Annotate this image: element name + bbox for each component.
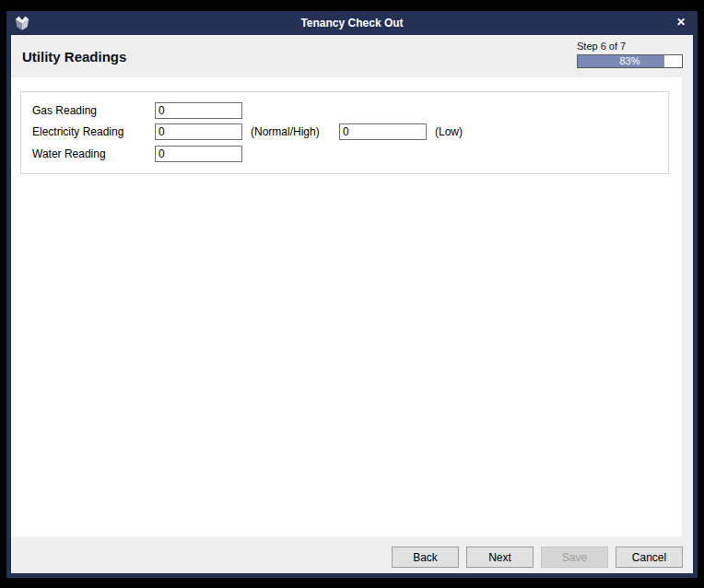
step-label: Step 6 of 7 [577, 41, 683, 52]
back-button[interactable]: Back [392, 547, 459, 568]
utility-readings-panel: Gas Reading Electricity Reading (Normal/… [20, 91, 669, 174]
title-bar: Tenancy Check Out ✕ [6, 11, 698, 35]
gas-reading-input[interactable] [155, 102, 242, 119]
electricity-reading-label: Electricity Reading [32, 123, 123, 140]
window-title: Tenancy Check Out [6, 11, 698, 35]
electricity-normal-high-input[interactable] [155, 123, 242, 140]
next-button[interactable]: Next [466, 547, 534, 568]
progress-percent-label: 83% [578, 55, 682, 67]
water-reading-input[interactable] [155, 146, 242, 162]
cancel-button[interactable]: Cancel [616, 547, 683, 568]
wizard-step-area: Step 6 of 7 83% [577, 41, 683, 68]
close-icon[interactable]: ✕ [676, 11, 686, 35]
water-reading-label: Water Reading [32, 146, 106, 162]
dialog-client-area: Utility Readings Step 6 of 7 83% Gas Rea… [11, 35, 693, 573]
page-title: Utility Readings [22, 49, 126, 65]
electricity-low-input[interactable] [339, 123, 427, 140]
wizard-header: Utility Readings Step 6 of 7 83% [11, 35, 693, 77]
normal-high-suffix-label: (Normal/High) [251, 123, 320, 140]
low-suffix-label: (Low) [435, 123, 463, 140]
save-button[interactable]: Save [541, 547, 608, 568]
wizard-footer: Back Next Save Cancel [11, 536, 693, 573]
progress-bar: 83% [577, 54, 683, 68]
content-area: Gas Reading Electricity Reading (Normal/… [11, 77, 682, 536]
gas-reading-label: Gas Reading [32, 102, 97, 119]
dialog-window: Tenancy Check Out ✕ Utility Readings Ste… [6, 11, 698, 578]
